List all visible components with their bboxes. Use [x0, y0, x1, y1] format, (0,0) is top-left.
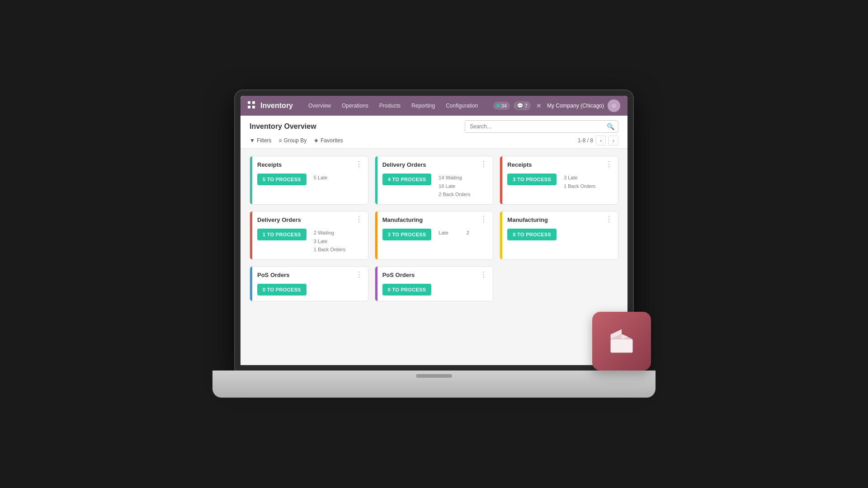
card-stats-delivery-2: 2 Waiting 3 Late 1 Back Orders [314, 229, 345, 254]
nav-reporting[interactable]: Reporting [407, 100, 439, 112]
star-icon: ★ [314, 137, 319, 144]
process-btn-manufacturing-1[interactable]: 3 TO PROCESS [382, 229, 432, 240]
activity-badge[interactable]: 34 [493, 102, 510, 110]
svg-rect-1 [252, 101, 255, 104]
svg-rect-4 [611, 339, 633, 353]
card-title-delivery-1: Delivery Orders [382, 161, 426, 168]
topnav-right: 34 💬 7 ✕ My Company (Chicago) U [493, 99, 620, 112]
filters-label: Filters [257, 137, 272, 144]
prev-page-button[interactable]: ‹ [596, 136, 606, 145]
card-menu-delivery-1[interactable]: ⋮ [480, 161, 487, 168]
card-border-delivery-2 [250, 211, 252, 259]
card-stats-receipts-2: 3 Late 1 Back Orders [564, 174, 595, 190]
process-btn-delivery-1[interactable]: 4 TO PROCESS [382, 174, 432, 185]
page-title: Inventory Overview [250, 122, 316, 131]
groupby-button[interactable]: ≡ Group By [279, 137, 307, 144]
stat-late-label: Late [439, 229, 448, 237]
stat-item: 5 Late [314, 174, 328, 182]
card-menu-receipts-1[interactable]: ⋮ [355, 161, 363, 168]
stat-late-count: 2 [467, 229, 469, 237]
card-title-delivery-2: Delivery Orders [257, 216, 301, 223]
activity-dot [496, 104, 500, 108]
pagination: 1-8 / 8 ‹ › [578, 136, 618, 145]
card-border-pos-2 [375, 267, 377, 301]
card-manufacturing-2: Manufacturing ⋮ 0 TO PROCESS [500, 211, 618, 260]
nav-operations[interactable]: Operations [337, 100, 373, 112]
nav-products[interactable]: Products [375, 100, 405, 112]
card-title-pos-1: PoS Orders [257, 272, 290, 278]
card-title-manufacturing-2: Manufacturing [507, 216, 548, 223]
card-menu-delivery-2[interactable]: ⋮ [355, 216, 363, 223]
app-brand: Inventory [260, 102, 293, 110]
search-button[interactable]: 🔍 [603, 121, 618, 132]
close-button[interactable]: ✕ [534, 100, 543, 111]
card-delivery-1: Delivery Orders ⋮ 4 TO PROCESS 14 Waitin… [375, 156, 494, 205]
main-content: Receipts ⋮ 5 TO PROCESS 5 Late [241, 149, 627, 365]
stat-late: 3 Late [314, 237, 345, 246]
svg-rect-0 [248, 101, 250, 104]
topnav-menu: Overview Operations Products Reporting C… [304, 100, 493, 112]
process-btn-pos-2[interactable]: 0 TO PROCESS [382, 284, 432, 296]
stat-late: 3 Late [564, 174, 595, 182]
search-bar: 🔍 [465, 120, 618, 133]
card-menu-receipts-2[interactable]: ⋮ [605, 161, 613, 168]
card-stats-manufacturing-1: Late 2 [439, 229, 469, 237]
card-title-receipts-2: Receipts [507, 161, 532, 168]
grid-icon[interactable] [248, 101, 255, 111]
message-count: 7 [525, 103, 528, 108]
card-manufacturing-1: Manufacturing ⋮ 3 TO PROCESS Late 2 [375, 211, 494, 260]
stat-waiting: 2 Waiting [314, 229, 345, 237]
card-receipts-2: Receipts ⋮ 3 TO PROCESS 3 Late 1 Back Or… [500, 156, 618, 205]
groupby-label: Group By [284, 137, 307, 144]
message-badge[interactable]: 💬 7 [514, 101, 531, 110]
card-pos-1: PoS Orders ⋮ 0 TO PROCESS [250, 266, 368, 301]
search-input[interactable] [465, 121, 603, 132]
nav-configuration[interactable]: Configuration [441, 100, 482, 112]
svg-rect-2 [248, 106, 250, 108]
topnav: Inventory Overview Operations Products R… [241, 96, 627, 116]
user-avatar[interactable]: U [608, 99, 620, 112]
card-title-pos-2: PoS Orders [382, 272, 415, 278]
card-border-manufacturing-1 [375, 211, 377, 259]
card-pos-2: PoS Orders ⋮ 0 TO PROCESS [375, 266, 494, 301]
stat-waiting: 14 Waiting [439, 174, 470, 182]
svg-rect-3 [252, 106, 255, 108]
laptop-base [212, 371, 656, 398]
stat-backorders: 1 Back Orders [564, 182, 595, 191]
card-menu-pos-1[interactable]: ⋮ [355, 271, 363, 278]
process-btn-receipts-2[interactable]: 3 TO PROCESS [507, 174, 557, 185]
filter-icon: ▼ [250, 137, 255, 144]
card-border-delivery-1 [375, 156, 377, 204]
card-border-receipts-1 [250, 156, 252, 204]
groupby-icon: ≡ [279, 137, 282, 144]
card-border-receipts-2 [500, 156, 502, 204]
process-btn-manufacturing-2[interactable]: 0 TO PROCESS [507, 229, 557, 240]
stat-backorders: 2 Back Orders [439, 190, 470, 199]
company-label: My Company (Chicago) [547, 103, 604, 109]
manufacturing-late-row: Late 2 [439, 229, 469, 237]
card-title-receipts-1: Receipts [257, 161, 282, 168]
activity-count: 34 [501, 103, 507, 108]
filters-button[interactable]: ▼ Filters [250, 137, 272, 144]
card-receipts-1: Receipts ⋮ 5 TO PROCESS 5 Late [250, 156, 368, 205]
next-page-button[interactable]: › [609, 136, 618, 145]
process-btn-pos-1[interactable]: 0 TO PROCESS [257, 284, 307, 296]
card-stats-receipts-1: 5 Late [314, 174, 328, 182]
favorites-label: Favorites [321, 137, 343, 144]
nav-overview[interactable]: Overview [304, 100, 335, 112]
process-btn-receipts-1[interactable]: 5 TO PROCESS [257, 174, 307, 185]
floating-app-icon [592, 312, 651, 371]
card-menu-manufacturing-2[interactable]: ⋮ [605, 216, 613, 223]
stat-backorders: 1 Back Orders [314, 245, 345, 254]
stat-late: 16 Late [439, 182, 470, 191]
favorites-button[interactable]: ★ Favorites [314, 137, 343, 144]
card-delivery-2: Delivery Orders ⋮ 1 TO PROCESS 2 Waiting… [250, 211, 368, 260]
box-icon [606, 325, 637, 357]
subheader: Inventory Overview 🔍 ▼ Filters ≡ Group B… [241, 116, 627, 149]
card-menu-pos-2[interactable]: ⋮ [480, 271, 487, 278]
cards-grid: Receipts ⋮ 5 TO PROCESS 5 Late [250, 156, 618, 301]
card-menu-manufacturing-1[interactable]: ⋮ [480, 216, 487, 223]
process-btn-delivery-2[interactable]: 1 TO PROCESS [257, 229, 307, 240]
pagination-text: 1-8 / 8 [578, 137, 593, 144]
card-border-manufacturing-2 [500, 211, 502, 259]
